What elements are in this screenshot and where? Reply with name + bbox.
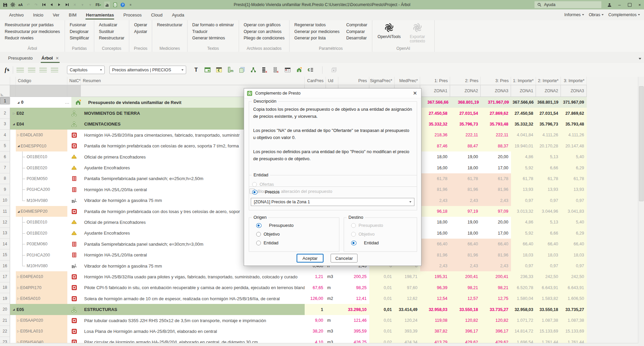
cell-pres-zona2[interactable]: 2,43 [450,261,481,271]
menu-obras[interactable]: Obras [589,12,604,17]
cell-pres-zona1[interactable]: 12,54 [420,293,450,304]
ribbon-button-operar-con-gráficos[interactable]: Operar con gráficos [244,22,285,29]
cell-importe-zona1[interactable]: 4,86 [511,217,536,228]
cell-importe-zona2[interactable]: 1.087,38 [536,315,561,326]
cell-sig[interactable]: 0,01 [369,293,395,304]
cell-resumen[interactable]: Losa Plana de Hormigón armado HA-25/B/20… [81,326,305,337]
cell-pres-zona3[interactable]: 222,11 [481,130,511,140]
tree-collapse-icon[interactable]: ◢ [18,210,20,213]
cell-ud[interactable]: m3 [326,271,338,282]
cell-pres-zona2[interactable]: 19,00 [450,151,481,162]
cell-importe-zona3[interactable]: 5,40 [561,217,587,228]
cell-pres-zona2[interactable]: 396,17 [450,326,481,337]
cell-codigo[interactable]: E05 [16,304,67,315]
tree-expand-icon[interactable]: ▷ [17,275,20,278]
cell-pres-zona1[interactable]: 61,78 [420,173,450,184]
menu-complementos[interactable]: Complementos [608,12,640,17]
cell-pres-zona1[interactable]: 18,00 [420,151,450,162]
radio-destino-entidad[interactable]: Entidad [351,240,379,245]
cell-ud[interactable]: m [326,315,338,326]
row-number[interactable]: 15 [0,249,10,260]
cell-med[interactable]: 393,39 [395,326,420,337]
cell-importe-zona2[interactable]: 27.031,54 [536,108,561,118]
row-number[interactable]: 7 [0,162,10,173]
cell-pres-zona2[interactable]: 66,40 [450,239,481,249]
menu-ayuda[interactable]: Ayuda [172,10,185,20]
cell-codigo[interactable]: O01BE010 [16,151,67,162]
cell-pres-zona2[interactable]: 120,82 [450,315,481,326]
cell-importe-zona2[interactable]: 15.133,69 [536,326,561,337]
cell-pres-zona3[interactable]: 17,00 [481,228,511,239]
ribbon-button-generar-términos[interactable]: Generar términos [192,35,234,42]
tree-collapse-icon[interactable]: ◢ [18,144,20,147]
row-number[interactable]: 19 [0,293,10,304]
cell-importe-zona3[interactable]: 18,03 [561,249,587,260]
cell-natc[interactable] [67,228,81,239]
row-number[interactable]: 11 [0,206,10,217]
row-number[interactable]: 17 [0,271,10,282]
cell-importe-zona1[interactable]: 5,92 [511,162,536,173]
cell-codigo[interactable]: ▷E04PPI170 [16,282,67,293]
cell-importe-zona3[interactable]: 6,29 [561,228,587,239]
zona-header-zona2[interactable]: ZONA2 [450,85,481,97]
tree-split-icon[interactable] [250,67,257,73]
cell-pres-zona2[interactable]: 200,41 [450,271,481,282]
cell-codigo[interactable]: ▷E05HLA010 [16,326,67,337]
expand-all-icon[interactable] [39,68,47,72]
cell-importe-zona1[interactable]: 4,86 [511,151,536,162]
ribbon-button-reestructurar[interactable]: Reestructurar [157,22,182,29]
font-size-icon[interactable]: aA [18,2,23,7]
price-document-icon[interactable]: € [216,67,222,73]
cell-sig[interactable]: 0,01 [369,315,395,326]
radio-origen-entidad[interactable]: Entidad [256,240,278,245]
cell-importe-zona1[interactable]: 32.958,03 [511,304,536,315]
cell-med[interactable]: 33.414,49 [395,304,420,315]
cell-pres-zona3[interactable]: 66,40 [481,239,511,249]
zona-header-zona3[interactable]: ZONA3 [481,85,511,97]
cell-pres-zona2[interactable]: 97,19 [450,206,481,217]
column-header-ud[interactable]: Ud [326,77,338,85]
cell-pres-zona3[interactable]: 371.967,09 [481,97,511,108]
cell-pres-zona2[interactable]: 19,00 [450,217,481,228]
cell-pres-zona2[interactable]: 2,43 [450,195,481,206]
cell-pres-zona3[interactable]: 20,00 [481,151,511,162]
ribbon-button-dar-formato-o-eliminar[interactable]: Dar formato o eliminar [192,22,234,29]
cell-natc[interactable] [67,184,81,195]
cell-importe-zona1[interactable]: 1.071,72 [511,315,536,326]
cell-pres[interactable]: 200,25 [338,271,369,282]
cell-codigo[interactable]: O01BE020 [16,228,67,239]
delete-rows-icon[interactable]: x [262,67,268,73]
row-number[interactable]: 12 [0,217,10,228]
cell-codigo[interactable]: O01BE010 [16,217,67,228]
menu-procesos[interactable]: Procesos [123,10,142,20]
cell-med[interactable]: 120,24 [395,315,420,326]
cell-pres-zona3[interactable]: 81,96 [481,184,511,195]
cell-sig[interactable]: 0,01 [369,304,395,315]
cell-pres-zona1[interactable]: 218,36 [420,130,450,140]
cell-importe-zona2[interactable]: 6,66 [536,162,561,173]
tree-collapse-icon[interactable]: ◢ [13,123,15,126]
ribbon-button-simplificar[interactable]: Simplificar [70,35,89,42]
undo-icon[interactable]: ↶ [26,2,31,7]
cell-sig[interactable]: 0,01 [369,282,395,293]
cell-importe-zona1[interactable]: 13,93 [511,184,536,195]
cell-codigo[interactable]: ▷E04PEA010 [16,271,67,282]
first-record-icon[interactable] [41,2,46,7]
cell-importe-zona2[interactable]: 66,40 [536,239,561,249]
cell-pres-zona1[interactable]: 16,00 [420,162,450,173]
row-number[interactable]: 4 [0,130,10,140]
vertical-scrollbar[interactable] [638,77,644,346]
collapse-icon[interactable]: ▾ [80,2,85,7]
cell-importe-zona1[interactable]: 19.940,01 [511,141,536,151]
ribbon-button-operar[interactable]: Operar [134,22,147,29]
cell-can[interactable]: 1 [305,304,326,315]
cell-resumen[interactable]: Pilote CPI-5 fabricado in situ, con entu… [81,282,305,293]
entidad-select[interactable]: [ZONA1] Precios de la Zona 1 [251,198,414,206]
collapse-level-icon[interactable] [28,68,35,72]
column-header-medprec-[interactable]: MedPrec* [395,77,420,85]
menu-informes[interactable]: Informes [564,12,584,17]
cell-codigo[interactable]: M10HV080 [16,195,67,206]
delete-cells-icon[interactable]: x [273,67,279,73]
text-icon[interactable]: T [193,67,199,73]
cell-importe-zona2[interactable]: 1.583,82 [536,293,561,304]
